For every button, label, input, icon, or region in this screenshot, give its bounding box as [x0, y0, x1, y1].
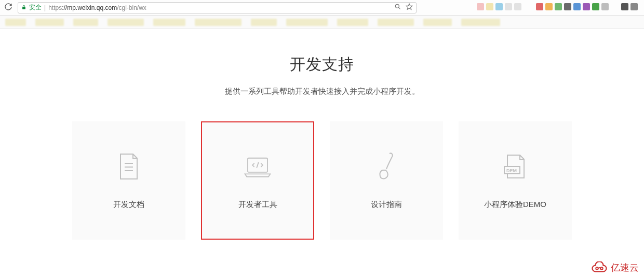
bookmark-item[interactable] — [337, 19, 368, 26]
svg-marker-3 — [406, 4, 412, 9]
secure-label: 安全 — [29, 3, 42, 12]
magnify-icon[interactable] — [394, 3, 401, 12]
browser-address-bar: 安全 | https://mp.weixin.qq.com/cgi-bin/wx — [0, 0, 644, 16]
lock-icon — [21, 4, 26, 11]
reload-icon[interactable] — [2, 3, 15, 13]
svg-point-11 — [596, 267, 598, 270]
cards-row: 开发文档 开发者工具 设计指南 — [0, 121, 644, 240]
svg-point-1 — [395, 4, 399, 8]
card-design-guide[interactable]: 设计指南 — [330, 121, 443, 240]
bookmark-item[interactable] — [461, 19, 500, 26]
url-input[interactable]: 安全 | https://mp.weixin.qq.com/cgi-bin/wx — [18, 2, 417, 13]
card-dev-tools[interactable]: 开发者工具 — [201, 121, 314, 240]
card-label: 开发文档 — [113, 200, 144, 210]
watermark-text: 亿速云 — [611, 261, 639, 274]
watermark: 亿速云 — [590, 261, 639, 274]
bookmark-item[interactable] — [286, 19, 328, 26]
extension-icons — [477, 3, 638, 10]
card-label: 开发者工具 — [238, 200, 277, 210]
watermark-logo-icon — [590, 261, 609, 274]
demo-icon: DEM — [501, 152, 530, 181]
document-icon — [114, 152, 143, 181]
svg-line-2 — [398, 7, 400, 9]
bookmark-item[interactable] — [5, 19, 26, 26]
star-icon[interactable] — [406, 3, 413, 12]
page-subtitle: 提供一系列工具帮助开发者快速接入并完成小程序开发。 — [0, 87, 644, 96]
url-text: https://mp.weixin.qq.com/cgi-bin/wx — [48, 4, 146, 11]
svg-line-8 — [257, 162, 259, 168]
card-demo[interactable]: DEM 小程序体验DEMO — [459, 121, 572, 240]
bookmark-item[interactable] — [423, 19, 452, 26]
svg-rect-0 — [22, 7, 25, 9]
bookmarks-bar — [0, 16, 644, 29]
svg-point-12 — [600, 267, 603, 270]
card-dev-docs[interactable]: 开发文档 — [72, 121, 185, 240]
card-label: 设计指南 — [371, 200, 402, 210]
bookmark-item[interactable] — [153, 19, 185, 26]
laptop-code-icon — [243, 152, 272, 181]
bookmark-item[interactable] — [73, 19, 98, 26]
url-separator: | — [44, 4, 46, 11]
svg-text:DEM: DEM — [506, 168, 517, 173]
brush-icon — [372, 152, 401, 181]
page-title: 开发支持 — [0, 54, 644, 75]
card-label: 小程序体验DEMO — [484, 200, 546, 210]
bookmark-item[interactable] — [35, 19, 64, 26]
bookmark-item[interactable] — [195, 19, 242, 26]
page-content: 开发支持 提供一系列工具帮助开发者快速接入并完成小程序开发。 开发文档 — [0, 29, 644, 240]
bookmark-item[interactable] — [108, 19, 144, 26]
bookmark-item[interactable] — [378, 19, 414, 26]
bookmark-item[interactable] — [251, 19, 277, 26]
